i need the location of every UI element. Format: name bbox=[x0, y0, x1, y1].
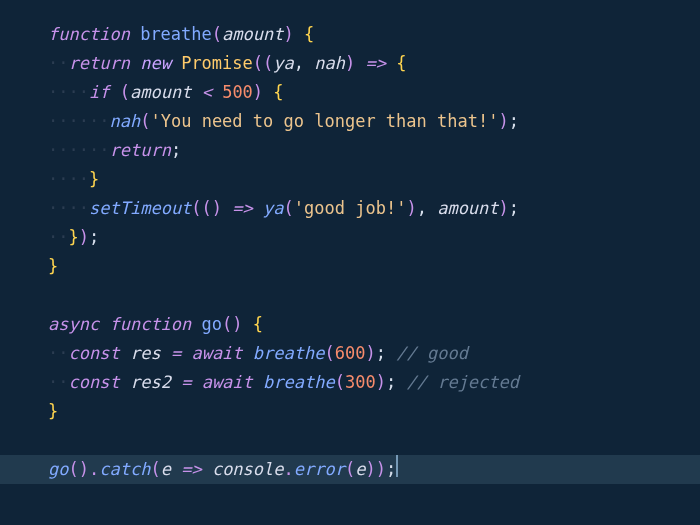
code-token: { bbox=[273, 82, 283, 102]
code-token bbox=[253, 198, 263, 218]
code-line[interactable]: async function go() { bbox=[48, 310, 700, 339]
code-token: { bbox=[304, 24, 314, 44]
code-token bbox=[243, 343, 253, 363]
code-token: await bbox=[191, 343, 242, 363]
code-token: amount bbox=[130, 82, 202, 102]
code-token: (( bbox=[191, 198, 211, 218]
code-token: , bbox=[294, 53, 304, 73]
code-token: error bbox=[294, 459, 345, 479]
code-token bbox=[120, 343, 130, 363]
code-token: ( bbox=[325, 343, 335, 363]
code-token: await bbox=[202, 372, 253, 392]
code-token: { bbox=[253, 314, 263, 334]
code-token: ; bbox=[509, 198, 519, 218]
code-line[interactable]: ······nah('You need to go longer than th… bbox=[48, 107, 700, 136]
code-token: = bbox=[171, 343, 181, 363]
code-token: nah bbox=[314, 53, 345, 73]
code-line[interactable]: } bbox=[48, 252, 700, 281]
code-token: ) bbox=[498, 111, 508, 131]
text-cursor bbox=[396, 455, 398, 477]
code-token: ya bbox=[273, 53, 293, 73]
code-token bbox=[386, 343, 396, 363]
code-token: ) bbox=[365, 343, 375, 363]
code-token: } bbox=[89, 169, 99, 189]
code-token: setTimeout bbox=[89, 198, 191, 218]
code-token: ) bbox=[376, 372, 386, 392]
code-token: e bbox=[355, 459, 365, 479]
code-token bbox=[171, 53, 181, 73]
code-token: } bbox=[48, 401, 58, 421]
code-token: 500 bbox=[222, 82, 253, 102]
code-token: => bbox=[365, 53, 385, 73]
code-token bbox=[222, 198, 232, 218]
code-line[interactable]: } bbox=[48, 397, 700, 426]
code-token: function bbox=[109, 314, 191, 334]
code-token bbox=[396, 372, 406, 392]
code-token: const bbox=[69, 343, 120, 363]
code-token: ) bbox=[283, 24, 293, 44]
code-token: )) bbox=[365, 459, 385, 479]
code-token: 'good job!' bbox=[294, 198, 407, 218]
code-token bbox=[263, 82, 273, 102]
code-token bbox=[355, 53, 365, 73]
code-token: nah bbox=[110, 111, 141, 131]
code-token: ; bbox=[376, 343, 386, 363]
code-token: () bbox=[222, 314, 242, 334]
code-token: 600 bbox=[335, 343, 366, 363]
code-line[interactable]: ··const res2 = await breathe(300); // re… bbox=[48, 368, 700, 397]
code-token: return bbox=[69, 53, 130, 73]
code-token: console bbox=[212, 459, 284, 479]
code-token: , bbox=[417, 198, 427, 218]
code-editor[interactable]: function breathe(amount) {··return new P… bbox=[0, 0, 700, 484]
code-token: 'You need to go longer than that!' bbox=[150, 111, 498, 131]
code-token bbox=[243, 314, 253, 334]
code-line[interactable]: ····if (amount < 500) { bbox=[48, 78, 700, 107]
code-token: ( bbox=[120, 82, 130, 102]
code-token: res2 bbox=[130, 372, 171, 392]
code-token: ( bbox=[345, 459, 355, 479]
code-token: const bbox=[69, 372, 120, 392]
code-line[interactable]: ····setTimeout(() => ya('good job!'), am… bbox=[48, 194, 700, 223]
code-token: ( bbox=[335, 372, 345, 392]
code-token bbox=[212, 82, 222, 102]
code-token: breathe bbox=[140, 24, 212, 44]
code-line[interactable]: ······return; bbox=[48, 136, 700, 165]
code-line[interactable]: ··return new Promise((ya, nah) => { bbox=[48, 49, 700, 78]
code-line[interactable]: go().catch(e => console.error(e)); bbox=[0, 455, 700, 484]
code-line[interactable]: ··const res = await breathe(600); // goo… bbox=[48, 339, 700, 368]
code-token: } bbox=[48, 256, 58, 276]
code-token: => bbox=[181, 459, 201, 479]
code-token bbox=[171, 372, 181, 392]
code-token: go bbox=[48, 459, 68, 479]
code-token: res bbox=[130, 343, 161, 363]
code-line[interactable]: ····} bbox=[48, 165, 700, 194]
code-token: ya bbox=[263, 198, 283, 218]
code-token: ( bbox=[140, 111, 150, 131]
code-token: amount bbox=[222, 24, 283, 44]
code-token: e bbox=[161, 459, 171, 479]
code-token: ; bbox=[171, 140, 181, 160]
code-token bbox=[181, 343, 191, 363]
code-token bbox=[120, 372, 130, 392]
code-token: ; bbox=[386, 372, 396, 392]
code-token: new bbox=[140, 53, 171, 73]
code-token: { bbox=[396, 53, 406, 73]
code-token: ( bbox=[212, 24, 222, 44]
code-token: return bbox=[110, 140, 171, 160]
code-token bbox=[253, 372, 263, 392]
code-token: => bbox=[232, 198, 252, 218]
code-token bbox=[99, 314, 109, 334]
code-token: breathe bbox=[263, 372, 335, 392]
code-token bbox=[130, 53, 140, 73]
code-line[interactable]: ··}); bbox=[48, 223, 700, 252]
code-line[interactable]: function breathe(amount) { bbox=[48, 20, 700, 49]
code-token: ) bbox=[212, 198, 222, 218]
code-token bbox=[171, 459, 181, 479]
code-token bbox=[109, 82, 119, 102]
code-token bbox=[202, 459, 212, 479]
code-token: breathe bbox=[253, 343, 325, 363]
code-token: ; bbox=[509, 111, 519, 131]
code-line[interactable] bbox=[48, 426, 700, 455]
code-line[interactable] bbox=[48, 281, 700, 310]
code-token bbox=[191, 372, 201, 392]
